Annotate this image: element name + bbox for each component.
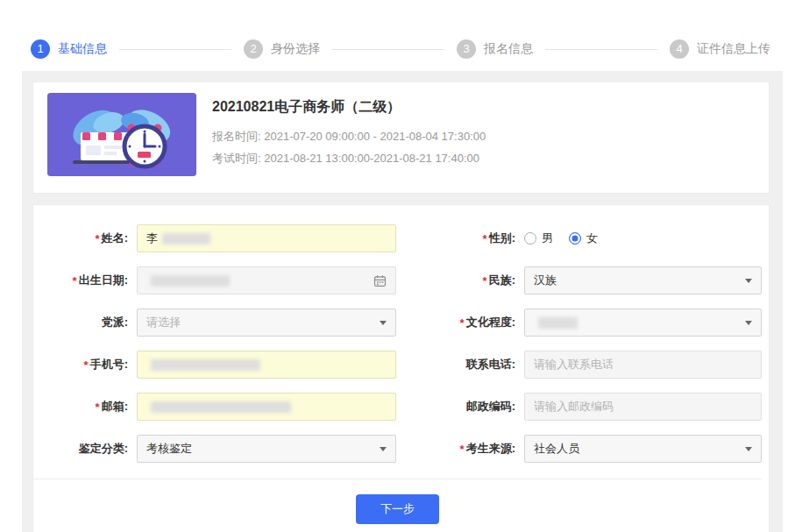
postal-code-input[interactable]: 请输入邮政编码 xyxy=(524,393,762,421)
required-mark: * xyxy=(73,274,77,287)
exam-card: 20210821电子商务师（二级） 报名时间: 2021-07-20 09:00… xyxy=(32,82,770,194)
step-number: 1 xyxy=(31,39,50,59)
chevron-down-icon xyxy=(745,279,752,283)
calendar-icon[interactable] xyxy=(373,274,387,287)
party-select[interactable]: 请选择 xyxy=(137,309,396,337)
ethnicity-label: * 民族: xyxy=(396,273,524,288)
email-input[interactable] xyxy=(137,393,396,421)
radio-unchecked-icon xyxy=(524,232,536,245)
step-connector xyxy=(545,49,657,50)
education-label: * 文化程度: xyxy=(396,315,524,330)
name-value: 李 xyxy=(146,231,158,246)
redacted-text xyxy=(151,275,230,287)
next-step-button[interactable]: 下一步 xyxy=(356,494,439,524)
gender-radio-female[interactable]: 女 xyxy=(569,231,598,246)
required-mark: * xyxy=(96,401,100,414)
name-label: * 姓名: xyxy=(33,231,137,246)
step-connector xyxy=(332,49,444,50)
required-mark: * xyxy=(483,274,487,287)
required-mark: * xyxy=(460,316,465,330)
chevron-down-icon xyxy=(745,447,752,451)
step-identity-select[interactable]: 2 身份选择 xyxy=(244,39,320,59)
required-mark: * xyxy=(96,232,100,245)
assessment-type-label: 鉴定分类: xyxy=(33,441,137,457)
redacted-text xyxy=(162,233,210,245)
step-signup-info[interactable]: 3 报名信息 xyxy=(457,39,533,59)
contact-phone-input[interactable]: 请输入联系电话 xyxy=(524,351,762,379)
party-placeholder: 请选择 xyxy=(146,315,181,330)
mobile-input[interactable] xyxy=(137,351,396,379)
gender-label: * 性别: xyxy=(396,231,524,246)
step-number: 3 xyxy=(457,39,476,59)
email-label: * 邮箱: xyxy=(33,399,137,415)
required-mark: * xyxy=(460,443,465,456)
contact-phone-placeholder: 请输入联系电话 xyxy=(534,357,614,372)
redacted-text xyxy=(151,359,260,371)
step-label: 基础信息 xyxy=(58,41,107,57)
name-input[interactable]: 李 xyxy=(137,224,396,252)
step-document-upload[interactable]: 4 证件信息上传 xyxy=(670,39,770,59)
birthdate-label: * 出生日期: xyxy=(33,273,137,288)
step-basic-info[interactable]: 1 基础信息 xyxy=(31,39,107,59)
chevron-down-icon xyxy=(745,321,752,325)
examinee-source-select[interactable]: 社会人员 xyxy=(524,435,762,463)
step-label: 身份选择 xyxy=(271,41,320,57)
content-panel: 20210821电子商务师（二级） 报名时间: 2021-07-20 09:00… xyxy=(22,71,783,532)
step-label: 报名信息 xyxy=(484,41,533,57)
registration-form: * 姓名: 李 * 性别: 男 xyxy=(32,204,770,532)
required-mark: * xyxy=(84,358,89,372)
contact-phone-label: 联系电话: xyxy=(396,357,524,372)
step-connector xyxy=(119,49,231,50)
postal-code-placeholder: 请输入邮政编码 xyxy=(534,399,614,415)
redacted-text xyxy=(538,317,578,329)
step-number: 4 xyxy=(670,39,689,59)
exam-exam-time: 考试时间: 2021-08-21 13:00:00-2021-08-21 17:… xyxy=(212,147,486,169)
required-mark: * xyxy=(483,232,487,245)
examinee-source-value: 社会人员 xyxy=(534,441,579,457)
chevron-down-icon xyxy=(380,321,387,325)
mobile-label: * 手机号: xyxy=(33,357,137,372)
step-number: 2 xyxy=(244,39,263,59)
exam-info: 20210821电子商务师（二级） 报名时间: 2021-07-20 09:00… xyxy=(212,93,486,182)
gender-radio-group: 男 女 xyxy=(524,231,762,246)
exam-title: 20210821电子商务师（二级） xyxy=(212,98,486,117)
step-label: 证件信息上传 xyxy=(697,41,770,57)
birthdate-input[interactable] xyxy=(137,266,396,294)
education-select[interactable] xyxy=(524,309,762,337)
radio-checked-icon xyxy=(569,232,581,245)
registration-page: 1 基础信息 2 身份选择 3 报名信息 4 证件信息上传 xyxy=(0,0,788,532)
form-footer: 下一步 xyxy=(33,479,762,532)
exam-signup-time: 报名时间: 2021-07-20 09:00:00 - 2021-08-04 1… xyxy=(212,125,486,147)
assessment-type-select[interactable]: 考核鉴定 xyxy=(137,435,396,463)
ethnicity-value: 汉族 xyxy=(534,273,557,288)
examinee-source-label: * 考生来源: xyxy=(396,441,524,457)
gender-radio-male[interactable]: 男 xyxy=(524,231,553,246)
redacted-text xyxy=(151,401,291,413)
chevron-down-icon xyxy=(380,447,387,451)
postal-code-label: 邮政编码: xyxy=(396,399,524,415)
assessment-type-value: 考核鉴定 xyxy=(146,441,192,457)
ethnicity-select[interactable]: 汉族 xyxy=(524,266,762,294)
party-label: 党派: xyxy=(33,315,137,330)
exam-thumbnail-illustration xyxy=(47,93,196,176)
step-progress: 1 基础信息 2 身份选择 3 报名信息 4 证件信息上传 xyxy=(31,39,770,59)
